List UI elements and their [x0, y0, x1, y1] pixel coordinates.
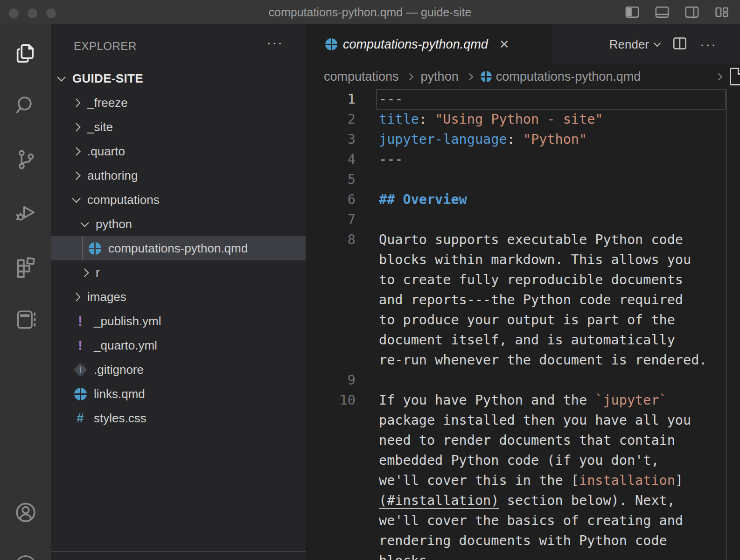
- line-content: need to render documents that contain: [379, 430, 675, 450]
- breadcrumb-item-python[interactable]: python: [421, 70, 459, 84]
- tab-computations-python[interactable]: computations-python.qmd ✕: [306, 24, 552, 64]
- account-icon[interactable]: [0, 491, 51, 534]
- tab-label: computations-python.qmd: [343, 37, 488, 52]
- tree-item-label: computations-python.qmd: [108, 241, 248, 256]
- code-line[interactable]: 6## Overview: [306, 189, 740, 210]
- render-button[interactable]: Render: [609, 37, 660, 52]
- vscode-window: computations-python.qmd — guide-site: [0, 0, 740, 560]
- code-line[interactable]: rendering documents with Python code: [306, 531, 740, 551]
- outline-section-header[interactable]: OUTLINE: [51, 556, 306, 560]
- tree-item--quarto[interactable]: .quarto: [51, 139, 306, 163]
- line-number: [306, 410, 356, 430]
- settings-gear-icon[interactable]: [15, 555, 36, 560]
- tree-item-python[interactable]: python: [51, 212, 306, 236]
- editor-more-icon[interactable]: ···: [700, 36, 717, 52]
- code-line[interactable]: document itself, and is automatically: [306, 330, 740, 350]
- tree-item-label: _quarto.yml: [94, 338, 157, 353]
- code-line[interactable]: to produce your output is part of the: [306, 310, 740, 330]
- code-line[interactable]: we'll cover this in the [installation]: [306, 470, 740, 490]
- breadcrumb-separator-icon: [466, 73, 473, 80]
- line-content: rendering documents with Python code: [379, 531, 667, 551]
- line-number: 1: [306, 89, 356, 109]
- tab-close-icon[interactable]: ✕: [499, 37, 510, 52]
- quarto-file-icon: [88, 241, 102, 255]
- code-line[interactable]: we'll cover the basics of creating and: [306, 511, 740, 531]
- code-line[interactable]: 5: [306, 169, 740, 189]
- run-and-debug-icon[interactable]: [0, 191, 51, 234]
- tree-item-label: GUIDE-SITE: [72, 71, 143, 86]
- tree-item-computations-python-qmd[interactable]: computations-python.qmd: [51, 236, 306, 260]
- tree-item--gitignore[interactable]: .gitignore: [51, 357, 306, 382]
- toggle-secondary-sidebar-icon[interactable]: [684, 4, 700, 21]
- extensions-icon[interactable]: [0, 245, 51, 288]
- tree-item-authoring[interactable]: authoring: [51, 163, 306, 188]
- code-line[interactable]: blocks: [306, 551, 740, 560]
- tree-item--freeze[interactable]: _freeze: [51, 91, 306, 115]
- tree-item--quarto-yml[interactable]: !_quarto.yml: [51, 333, 306, 357]
- tree-item--site[interactable]: _site: [51, 115, 306, 139]
- tree-item-label: images: [87, 290, 126, 304]
- tree-item-links-qmd[interactable]: links.qmd: [51, 382, 306, 406]
- code-line[interactable]: and reports---the Python code required: [306, 290, 740, 310]
- code-line[interactable]: 1---: [306, 89, 740, 109]
- code-line[interactable]: 2title: "Using Python - site": [306, 109, 740, 129]
- code-line[interactable]: 8Quarto supports executable Python code: [306, 230, 740, 250]
- line-number: [306, 250, 356, 270]
- explorer-more-icon[interactable]: ···: [266, 35, 283, 50]
- code-line[interactable]: 7: [306, 210, 740, 230]
- indent-guide: [82, 236, 83, 260]
- code-line[interactable]: blocks within markdown. This allows you: [306, 250, 740, 270]
- line-number: [306, 490, 356, 511]
- code-line[interactable]: package installed then you have all you: [306, 410, 740, 430]
- code-line[interactable]: 9: [306, 370, 740, 390]
- code-line[interactable]: need to render documents that contain: [306, 430, 740, 450]
- tree-item--publish-yml[interactable]: !_publish.yml: [51, 309, 306, 333]
- line-content: we'll cover the basics of creating and: [379, 511, 683, 531]
- titlebar: computations-python.qmd — guide-site: [0, 0, 740, 24]
- code-line[interactable]: re-run whenever the document is rendered…: [306, 350, 740, 370]
- line-number: [306, 551, 356, 560]
- breadcrumb-item-computations[interactable]: computations: [324, 70, 399, 84]
- tree-item-guide-site[interactable]: GUIDE-SITE: [51, 66, 306, 91]
- tree-item-label: python: [96, 217, 132, 231]
- line-number: 8: [306, 230, 356, 250]
- tree-item-r[interactable]: r: [51, 260, 306, 285]
- tree-item-styles-css[interactable]: #styles.css: [51, 406, 306, 430]
- yaml-icon: !: [78, 314, 83, 328]
- tree-item-computations[interactable]: computations: [51, 188, 306, 212]
- code-line[interactable]: to create fully reproducible documents: [306, 270, 740, 290]
- toggle-panel-icon[interactable]: [654, 4, 670, 21]
- customize-layout-icon[interactable]: [714, 4, 730, 21]
- line-content: Quarto supports executable Python code: [379, 230, 683, 250]
- source-control-icon[interactable]: [0, 138, 51, 181]
- code-line[interactable]: 10If you have Python and the `jupyter`: [306, 390, 740, 410]
- tree-item-label: r: [96, 266, 100, 280]
- line-content: blocks within markdown. This allows you: [379, 250, 691, 270]
- code-line[interactable]: embedded Python code (if you don't,: [306, 450, 740, 470]
- line-number: 6: [306, 189, 356, 210]
- split-editor-icon[interactable]: [672, 35, 688, 54]
- file-tree: GUIDE-SITE_freeze_site.quartoauthoringco…: [51, 66, 306, 430]
- breadcrumb-end: [708, 64, 740, 89]
- code-editor[interactable]: 1---2title: "Using Python - site"3jupyte…: [306, 89, 740, 560]
- line-content: If you have Python and the `jupyter`: [379, 390, 667, 410]
- code-line[interactable]: 3jupyter-language: "Python": [306, 129, 740, 149]
- notebook-icon[interactable]: [0, 298, 51, 341]
- toggle-sidebar-icon[interactable]: [624, 4, 640, 21]
- code-line[interactable]: 4---: [306, 149, 740, 169]
- breadcrumb-item-computations-python.qmd[interactable]: computations-python.qmd: [481, 70, 641, 84]
- line-content: blocks: [379, 551, 427, 560]
- chevron-down-icon: [57, 73, 65, 81]
- line-number: [306, 531, 356, 551]
- code-line[interactable]: (#installation) section below). Next,: [306, 490, 740, 511]
- chevron-down-icon: [80, 218, 89, 227]
- explorer-sidebar: EXPLORER ··· GUIDE-SITE_freeze_site.quar…: [51, 24, 306, 560]
- quarto-file-icon: [324, 37, 338, 51]
- explorer-icon[interactable]: [0, 32, 51, 75]
- chevron-right-icon: [72, 98, 80, 107]
- search-icon[interactable]: [0, 84, 51, 126]
- yaml-file-icon: !: [73, 314, 87, 328]
- line-content: we'll cover this in the [installation]: [379, 470, 683, 490]
- line-content: ---: [379, 89, 403, 109]
- tree-item-images[interactable]: images: [51, 285, 306, 309]
